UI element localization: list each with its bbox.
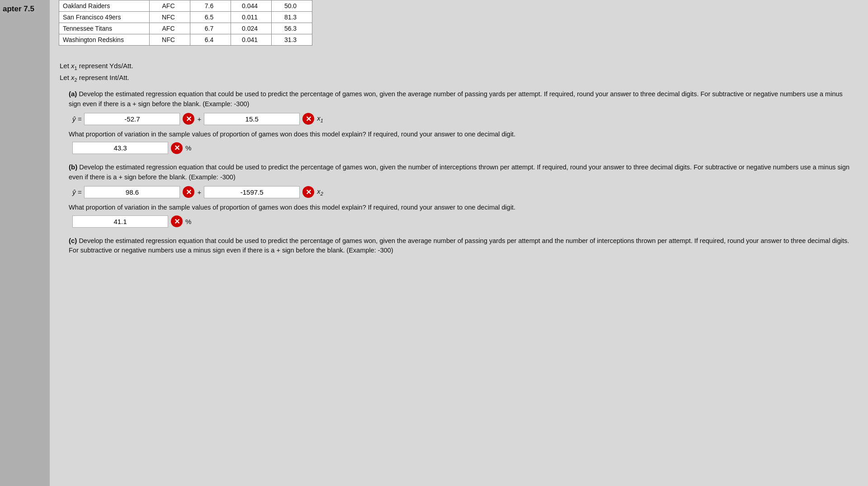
equation-row-b: ŷ = ✕ + ✕ x2	[72, 186, 854, 198]
section-b-label: (b)	[69, 163, 77, 171]
yds-cell: 7.6	[190, 0, 231, 12]
section-a-label: (a)	[69, 90, 77, 98]
eq-plus-a: +	[197, 115, 201, 123]
error-icon-b1[interactable]: ✕	[183, 186, 194, 198]
nfl-data-table: Oakland Raiders AFC 7.6 0.044 50.0 San F…	[59, 0, 312, 46]
eq-plus-b: +	[197, 188, 201, 196]
error-icon-a-pct[interactable]: ✕	[171, 142, 183, 154]
section-c-label: (c)	[69, 237, 77, 244]
eq-input-a1[interactable]	[84, 113, 180, 125]
pct-sign-b: %	[185, 218, 191, 225]
eq-input-b2[interactable]	[204, 186, 300, 198]
team-cell: Washington Redskins	[59, 34, 150, 46]
proportion-text-a: What proportion of variation in the samp…	[69, 130, 854, 140]
int-cell: 0.044	[231, 0, 272, 12]
proportion-text-b: What proportion of variation in the samp…	[69, 203, 854, 213]
yds-cell: 6.7	[190, 23, 231, 34]
error-icon-b2[interactable]: ✕	[302, 186, 314, 198]
equation-row-a: ŷ = ✕ + ✕ x1	[72, 113, 854, 125]
pct-input-b[interactable]	[72, 215, 168, 228]
conf-cell: NFC	[150, 34, 190, 46]
section-b-body: Develop the estimated regression equatio…	[69, 164, 849, 181]
pct-cell: 81.3	[272, 12, 312, 23]
error-icon-a1[interactable]: ✕	[183, 113, 194, 125]
pct-cell: 56.3	[272, 23, 312, 34]
x1-definition: Let x1 represent Yds/Att.	[60, 62, 854, 71]
section-b-text: (b) Develop the estimated regression equ…	[69, 162, 854, 182]
section-c-body: Develop the estimated regression equatio…	[69, 237, 849, 254]
conf-cell: AFC	[150, 23, 190, 34]
section-c: (c) Develop the estimated regression equ…	[59, 236, 854, 256]
int-cell: 0.011	[231, 12, 272, 23]
error-icon-a2[interactable]: ✕	[302, 113, 314, 125]
team-cell: Tennessee Titans	[59, 23, 150, 34]
error-icon-b-pct[interactable]: ✕	[171, 215, 183, 227]
team-cell: San Francisco 49ers	[59, 12, 150, 23]
table-row: Washington Redskins NFC 6.4 0.041 31.3	[59, 34, 312, 46]
section-c-text: (c) Develop the estimated regression equ…	[69, 236, 854, 256]
eq-x2-label: x2	[317, 187, 323, 196]
table-row: Tennessee Titans AFC 6.7 0.024 56.3	[59, 23, 312, 34]
yds-cell: 6.5	[190, 12, 231, 23]
data-table-wrapper: Oakland Raiders AFC 7.6 0.044 50.0 San F…	[59, 0, 854, 54]
section-a: (a) Develop the estimated regression equ…	[59, 89, 854, 154]
x2-definition: Let x2 represent Int/Att.	[60, 74, 854, 83]
chapter-label: apter 7.5	[3, 5, 34, 14]
int-cell: 0.041	[231, 34, 272, 46]
conf-cell: NFC	[150, 12, 190, 23]
section-a-text: (a) Develop the estimated regression equ…	[69, 89, 854, 109]
yhat-label-b: ŷ =	[72, 188, 81, 196]
yhat-label-a: ŷ =	[72, 115, 81, 123]
pct-sign-a: %	[185, 144, 191, 152]
eq-x1-label: x1	[317, 114, 323, 123]
pct-input-a[interactable]	[72, 142, 168, 154]
conf-cell: AFC	[150, 0, 190, 12]
pct-cell: 50.0	[272, 0, 312, 12]
yds-cell: 6.4	[190, 34, 231, 46]
table-row: Oakland Raiders AFC 7.6 0.044 50.0	[59, 0, 312, 12]
pct-row-b: ✕ %	[72, 215, 854, 228]
pct-cell: 31.3	[272, 34, 312, 46]
eq-input-b1[interactable]	[84, 186, 180, 198]
pct-row-a: ✕ %	[72, 142, 854, 154]
section-b: (b) Develop the estimated regression equ…	[59, 162, 854, 227]
int-cell: 0.024	[231, 23, 272, 34]
eq-input-a2[interactable]	[204, 113, 300, 125]
table-row: San Francisco 49ers NFC 6.5 0.011 81.3	[59, 12, 312, 23]
section-a-body: Develop the estimated regression equatio…	[69, 90, 843, 107]
team-cell: Oakland Raiders	[59, 0, 150, 12]
